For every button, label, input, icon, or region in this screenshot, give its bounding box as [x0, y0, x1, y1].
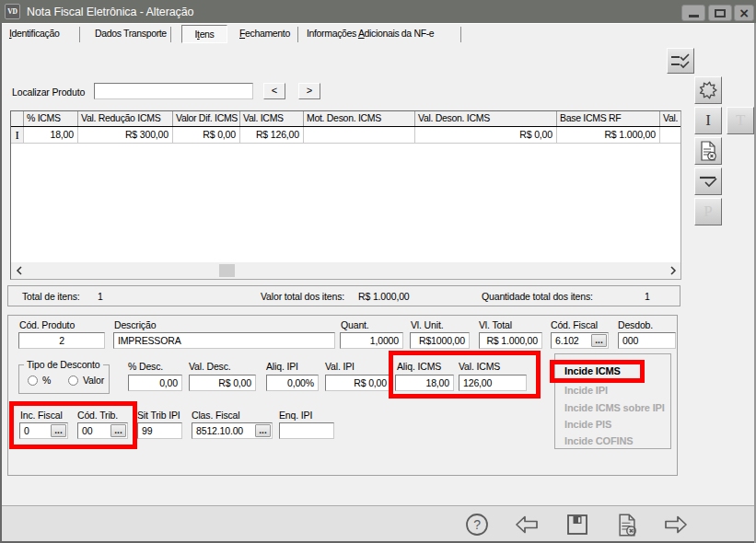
- grid-column-header[interactable]: % ICMS: [24, 111, 78, 126]
- text-button-disabled: T: [727, 107, 754, 134]
- grid-column-header[interactable]: Base ICMS RF: [557, 111, 660, 126]
- sit-trib-ipi-field[interactable]: 99: [137, 422, 182, 439]
- quant-field[interactable]: 1,0000: [340, 332, 403, 349]
- previous-button[interactable]: [514, 513, 540, 538]
- configure-button[interactable]: [694, 76, 722, 104]
- scroll-right-arrow[interactable]: [665, 262, 680, 279]
- title-bar: VD Nota Fiscal Eletrônica - Alteração ×: [0, 0, 756, 23]
- grid-cell[interactable]: R$ 0,00: [415, 127, 557, 144]
- close-button[interactable]: ×: [734, 5, 754, 21]
- perc-desc-label: % Desc.: [128, 361, 163, 372]
- search-input[interactable]: [94, 83, 253, 99]
- confirm-line-button[interactable]: [694, 168, 722, 195]
- total-items-label: Total de itens:: [22, 291, 80, 302]
- checklist-icon: [669, 52, 692, 69]
- tab-itens[interactable]: Itens: [181, 25, 227, 43]
- cod-produto-field[interactable]: 2: [18, 332, 105, 349]
- grid-column-header[interactable]: Val. Deson. ICMS: [415, 111, 557, 126]
- val-desc-label: Val. Desc.: [189, 361, 231, 372]
- grid-horizontal-scrollbar[interactable]: [11, 262, 680, 279]
- grid-cell[interactable]: [660, 127, 680, 144]
- delete-document-button[interactable]: [694, 137, 722, 165]
- arrow-right-icon: [663, 513, 689, 537]
- cancel-document-button[interactable]: [615, 513, 639, 539]
- save-icon: [565, 513, 589, 537]
- grid-cell[interactable]: R$ 300,00: [78, 127, 173, 144]
- italic-button[interactable]: I: [694, 107, 722, 134]
- search-prev-button[interactable]: <: [263, 83, 285, 99]
- clas-fiscal-lookup-button[interactable]: ...: [255, 424, 271, 437]
- clas-fiscal-label: Clas. Fiscal: [192, 410, 239, 421]
- item-detail-panel: Cód. Produto 2 Descrição IMPRESSORA Quan…: [7, 315, 678, 476]
- arrow-left-icon: [514, 513, 540, 537]
- maximize-button[interactable]: [708, 5, 732, 21]
- items-grid[interactable]: % ICMS Val. Redução ICMS Valor Dif. ICMS…: [10, 110, 681, 280]
- tab-identificacao[interactable]: Identificação: [9, 28, 59, 39]
- save-button[interactable]: [565, 513, 589, 538]
- p-button-disabled: P: [694, 198, 722, 225]
- grid-cell[interactable]: R$ 126,00: [240, 127, 304, 144]
- italic-letter: I: [705, 111, 711, 130]
- totals-bar: Total de itens: 1 Valor total dos itens:…: [7, 285, 680, 306]
- tab-dados-transporte[interactable]: Dados Transporte: [95, 28, 167, 39]
- tab-separator: [79, 27, 80, 42]
- search-label: Localizar Produto: [12, 87, 85, 98]
- aliq-ipi-field[interactable]: 0,00%: [266, 375, 319, 391]
- grid-cell[interactable]: R$ 0,00: [173, 127, 240, 144]
- next-button[interactable]: [663, 513, 689, 538]
- enq-ipi-field[interactable]: [279, 422, 334, 439]
- quant-label: Quant.: [341, 319, 369, 330]
- cod-fiscal-field[interactable]: 6.102 ...: [551, 332, 609, 349]
- grid-cell[interactable]: 18,00: [24, 127, 78, 144]
- desdob-label: Desdob.: [618, 319, 653, 330]
- document-delete-icon: [615, 513, 639, 537]
- confirm-items-button[interactable]: [667, 48, 694, 74]
- aliq-ipi-label: Aliq. IPI: [266, 361, 298, 372]
- close-icon: ×: [739, 6, 750, 19]
- incide-icms-sobre-ipi-item: Incide ICMS sobre IPI: [564, 402, 665, 413]
- desdob-field[interactable]: 000: [618, 332, 676, 349]
- search-next-button[interactable]: >: [298, 83, 320, 99]
- tipo-desconto-title: Tipo de Desconto: [24, 359, 103, 370]
- radio-percent[interactable]: [28, 375, 38, 386]
- grid-column-header[interactable]: Val. ICMS: [240, 111, 304, 126]
- vl-unit-field[interactable]: R$1000,00: [410, 332, 470, 349]
- radio-valor[interactable]: [68, 375, 78, 386]
- tab-separator: [297, 27, 298, 42]
- grid-column-header[interactable]: Mot. Deson. ICMS: [304, 111, 415, 126]
- total-value-amount: R$ 1.000,00: [358, 291, 410, 302]
- grid-cell[interactable]: [304, 127, 415, 144]
- bottom-toolbar: ?: [2, 505, 754, 541]
- grid-column-header[interactable]: Val. Redução ICMS: [78, 111, 173, 126]
- highlight-inc-fiscal-cod-trib: [9, 401, 137, 449]
- clas-fiscal-field[interactable]: 8512.10.00 ...: [192, 422, 273, 439]
- tab-fechamento[interactable]: Fechamento: [239, 28, 290, 39]
- total-quantity-value: 1: [645, 291, 650, 302]
- vl-unit-label: Vl. Unit.: [411, 319, 443, 330]
- minimize-button[interactable]: [681, 5, 705, 21]
- cod-fiscal-lookup-button[interactable]: ...: [591, 334, 607, 347]
- incide-cofins-item: Incide COFINS: [564, 435, 633, 446]
- perc-desc-field[interactable]: 0,00: [128, 375, 182, 391]
- radio-percent-label: %: [42, 375, 51, 386]
- grid-cell[interactable]: R$ 1.000,00: [557, 127, 660, 144]
- maximize-icon: [715, 9, 726, 17]
- check-line-icon: [697, 171, 719, 191]
- grid-column-header[interactable]: Val.: [660, 111, 680, 126]
- tab-informacoes-adicionais[interactable]: Informações Adicionais da NF-e: [307, 28, 434, 39]
- cod-produto-label: Cód. Produto: [19, 319, 75, 330]
- grid-column-header[interactable]: Valor Dif. ICMS: [173, 111, 240, 126]
- vl-total-field[interactable]: R$ 1.000,00: [479, 332, 542, 349]
- svg-text:?: ?: [473, 517, 481, 532]
- help-button[interactable]: ?: [465, 513, 489, 538]
- descricao-field[interactable]: IMPRESSORA: [113, 332, 335, 349]
- help-icon: ?: [465, 513, 489, 537]
- dialog-window: VD Nota Fiscal Eletrônica - Alteração × …: [0, 0, 756, 543]
- val-desc-field[interactable]: R$ 0,00: [189, 375, 256, 391]
- scrollbar-thumb[interactable]: [219, 264, 235, 277]
- scroll-left-arrow[interactable]: [11, 262, 27, 279]
- app-icon: VD: [5, 4, 20, 19]
- tab-separator: [170, 27, 171, 42]
- val-ipi-field[interactable]: R$ 0,00: [325, 375, 391, 391]
- window-title: Nota Fiscal Eletrônica - Alteração: [27, 6, 193, 18]
